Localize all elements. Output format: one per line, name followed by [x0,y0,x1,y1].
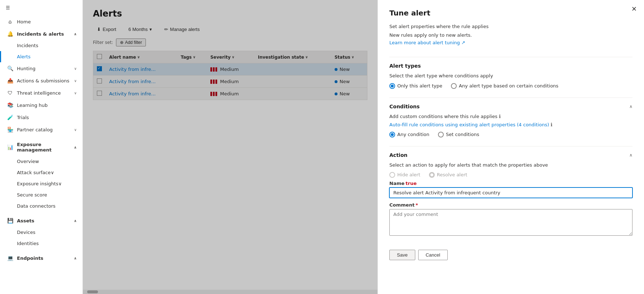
sidebar-sub-incidents[interactable]: Incidents [0,40,82,51]
auto-fill-link[interactable]: Auto-fill rule conditions using existing… [389,122,552,127]
hamburger-button[interactable]: ☰ [0,0,82,15]
assets-icon: 💾 [7,218,13,223]
sidebar-sub-exposure-insights[interactable]: Exposure insights ∨ [0,178,82,189]
alert-types-title: Alert types [389,63,632,69]
auto-fill-info-icon[interactable]: ℹ [550,122,552,127]
threat-icon: 🛡 [7,90,13,96]
trials-icon: 🧪 [7,114,13,120]
sidebar-item-label: Exposure management [17,142,70,153]
radio-label-any-condition: Any condition [397,132,429,137]
sidebar-item-incidents-alerts[interactable]: 🔔 Incidents & alerts ∧ [0,28,82,40]
exposure-icon: 📊 [7,144,13,150]
sidebar-item-partner-catalog[interactable]: 🏪 Partner catalog ∨ [0,123,82,136]
radio-circle-set-conditions [438,132,444,137]
learn-more-label: Learn more about alert tuning [389,40,460,45]
radio-any-alert-type[interactable]: Any alert type based on certain conditio… [451,83,558,89]
sidebar-item-label: Endpoints [17,255,43,261]
sidebar-item-label: Devices [17,230,35,235]
sidebar-item-threat-intelligence[interactable]: 🛡 Threat intelligence ∨ [0,87,82,99]
panel-title: Tune alert [389,9,632,17]
radio-circle-only-this [389,83,395,89]
chevron-down-icon: ∧ [74,219,77,223]
bell-icon: 🔔 [7,31,13,37]
comment-field-container: Comment * [389,202,632,241]
radio-label-resolve-alert: Resolve alert [437,172,468,177]
save-button[interactable]: Save [389,250,415,260]
radio-set-conditions[interactable]: Set conditions [438,132,479,137]
sidebar-section-exposure-management[interactable]: 📊 Exposure management ∧ [0,139,82,156]
sidebar-item-label: Attack surface [17,170,51,175]
comment-required-star: * [416,202,418,208]
action-description: Select an action to apply for alerts tha… [389,162,632,168]
sidebar-item-label: Threat intelligence [17,90,61,96]
endpoints-icon: 💻 [7,255,13,261]
hamburger-icon: ☰ [6,5,10,10]
sidebar-item-label: Exposure insights [17,181,58,186]
name-required-star: true [406,181,417,186]
sidebar-sub-alerts[interactable]: Alerts [0,51,82,62]
cancel-button[interactable]: Cancel [418,250,448,260]
sidebar-item-label: Actions & submissions [17,78,70,83]
learn-more-link[interactable]: Learn more about alert tuning ↗ [389,40,632,45]
conditions-info-icon[interactable]: ℹ [499,114,501,119]
alert-types-description: Select the alert type where conditions a… [389,72,632,80]
overlay [83,0,377,294]
sidebar-item-learning-hub[interactable]: 📚 Learning hub [0,99,82,111]
sidebar-item-label: Assets [17,218,34,223]
hunting-icon: 🔍 [7,65,13,71]
divider-2 [389,98,632,98]
sidebar-sub-identities[interactable]: Identities [0,238,82,249]
divider-3 [389,146,632,146]
action-radio-group: Hide alert Resolve alert [389,172,632,178]
sidebar-sub-data-connectors[interactable]: Data connectors [0,200,82,212]
sidebar-item-label: Identities [17,241,39,246]
conditions-description: Add custom conditions where this rule ap… [389,114,632,119]
conditions-section: Conditions ∧ Add custom conditions where… [389,104,632,140]
panel-close-button[interactable]: ✕ [631,6,637,12]
conditions-collapse-header[interactable]: Conditions ∧ [389,104,632,109]
partner-icon: 🏪 [7,127,13,132]
radio-any-condition[interactable]: Any condition [389,132,429,137]
sidebar-item-label: Incidents & alerts [17,31,64,37]
radio-label-only-this: Only this alert type [397,83,442,89]
sidebar-section-endpoints[interactable]: 💻 Endpoints ∧ [0,252,82,264]
chevron-down-icon: ∧ [74,256,77,260]
sidebar-item-label: Secure score [17,192,47,198]
chevron-down-icon: ∨ [74,91,77,95]
action-section: Action ∧ Select an action to apply for a… [389,152,632,181]
action-collapse-header[interactable]: Action ∧ [389,152,632,158]
auto-fill-label: Auto-fill rule conditions using existing… [389,122,549,127]
sidebar-item-hunting[interactable]: 🔍 Hunting ∨ [0,62,82,74]
sidebar-item-home[interactable]: ⌂ Home [0,15,82,28]
sidebar-item-label: Alerts [17,54,31,59]
action-title: Action [389,152,407,158]
tune-alert-panel: ✕ Tune alert Set alert properties where … [377,0,644,294]
chevron-down-icon: ∨ [51,170,54,175]
sidebar-item-label: Home [17,19,31,24]
sidebar-section-assets[interactable]: 💾 Assets ∧ [0,214,82,227]
radio-hide-alert[interactable]: Hide alert [389,172,420,178]
chevron-down-icon: ∧ [74,32,77,36]
sidebar-sub-overview[interactable]: Overview [0,156,82,167]
actions-icon: 📤 [7,78,13,83]
sidebar-sub-secure-score[interactable]: Secure score [0,189,82,200]
sidebar-sub-devices[interactable]: Devices [0,227,82,238]
sidebar-item-label: Learning hub [17,103,48,108]
name-field-label: Name true [389,181,632,186]
chevron-down-icon: ∨ [74,128,77,132]
name-input[interactable] [389,187,632,198]
sidebar-item-trials[interactable]: 🧪 Trials [0,111,82,123]
sidebar: ☰ ⌂ Home 🔔 Incidents & alerts ∧ Incident… [0,0,83,294]
comment-textarea[interactable] [389,209,632,236]
divider-1 [389,57,632,57]
sidebar-sub-attack-surface[interactable]: Attack surface ∨ [0,167,82,178]
radio-resolve-alert[interactable]: Resolve alert [429,172,468,178]
sidebar-item-actions-submissions[interactable]: 📤 Actions & submissions ∨ [0,74,82,87]
chevron-down-icon: ∨ [74,67,77,71]
panel-footer: Save Cancel [389,247,632,260]
radio-label-any-type: Any alert type based on certain conditio… [459,83,558,89]
save-label: Save [397,252,408,258]
chevron-down-icon: ∨ [58,181,62,186]
radio-only-this-alert-type[interactable]: Only this alert type [389,83,442,89]
radio-circle-any-condition [389,132,395,137]
